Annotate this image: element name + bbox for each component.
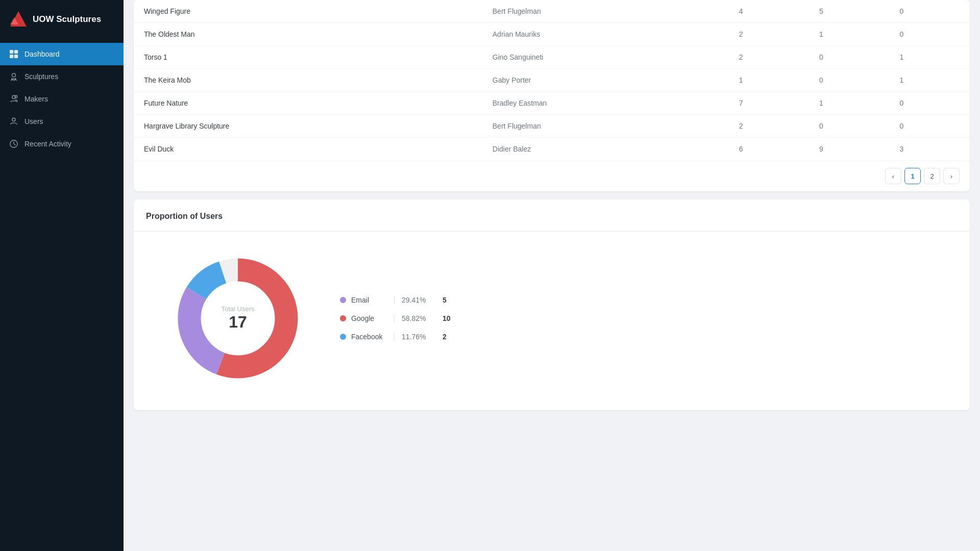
legend-dot-google (340, 315, 346, 321)
next-icon: › (950, 172, 952, 180)
col4-value: 0 (809, 115, 889, 138)
legend-count-google: 10 (443, 314, 451, 322)
sidebar-item-makers[interactable]: Makers (0, 88, 124, 110)
donut-center-value: 17 (221, 313, 254, 332)
sculpture-name: Torso 1 (134, 46, 482, 69)
maker-name: Bert Flugelman (482, 115, 729, 138)
sculptures-icon (9, 72, 18, 81)
col5-value: 0 (890, 0, 970, 23)
table-row: Winged Figure Bert Flugelman 4 5 0 (134, 0, 970, 23)
legend-name-facebook: Facebook (351, 333, 387, 341)
legend-count-facebook: 2 (443, 333, 447, 341)
table-row: Torso 1 Gino Sanguineti 2 0 1 (134, 46, 970, 69)
sculpture-name: Winged Figure (134, 0, 482, 23)
col4-value: 9 (809, 138, 889, 161)
chart-section: Proportion of Users (134, 199, 970, 410)
col3-value: 6 (729, 138, 809, 161)
divider (394, 314, 395, 322)
sculpture-name: The Keira Mob (134, 69, 482, 92)
col4-value: 0 (809, 69, 889, 92)
chart-legend: Email 29.41% 5 Google 58.82% 10 (340, 296, 451, 341)
legend-name-email: Email (351, 296, 387, 304)
clock-icon (9, 139, 18, 148)
col5-value: 0 (890, 115, 970, 138)
legend-item-google: Google 58.82% 10 (340, 314, 451, 322)
sculptures-table-card: Winged Figure Bert Flugelman 4 5 0 The O… (134, 0, 970, 191)
col5-value: 0 (890, 92, 970, 115)
svg-rect-4 (10, 55, 13, 58)
col3-value: 2 (729, 23, 809, 46)
table-row: Future Nature Bradley Eastman 7 1 0 (134, 92, 970, 115)
legend-item-facebook: Facebook 11.76% 2 (340, 333, 451, 341)
sidebar-item-dashboard-label: Dashboard (24, 50, 60, 58)
donut-center-label: Total Users (221, 305, 254, 313)
users-icon (9, 117, 18, 126)
legend-pct-email: 29.41% (402, 296, 432, 304)
sidebar-item-users-label: Users (24, 117, 43, 126)
legend-dot-email (340, 297, 346, 303)
col5-value: 0 (890, 23, 970, 46)
col5-value: 1 (890, 69, 970, 92)
col4-value: 1 (809, 92, 889, 115)
col3-value: 1 (729, 69, 809, 92)
legend-pct-google: 58.82% (402, 314, 432, 322)
legend-count-email: 5 (443, 296, 447, 304)
svg-rect-3 (14, 50, 18, 54)
table-row: The Oldest Man Adrian Mauriks 2 1 0 (134, 23, 970, 46)
logo-text: UOW Sculptures (33, 14, 101, 24)
sidebar-item-sculptures-label: Sculptures (24, 72, 58, 81)
makers-icon (9, 94, 18, 104)
col3-value: 2 (729, 46, 809, 69)
sidebar-item-dashboard[interactable]: Dashboard (0, 43, 124, 65)
maker-name: Bradley Eastman (482, 92, 729, 115)
legend-item-email: Email 29.41% 5 (340, 296, 451, 304)
prev-icon: ‹ (892, 172, 894, 180)
sculpture-name: Hargrave Library Sculpture (134, 115, 482, 138)
sculptures-table: Winged Figure Bert Flugelman 4 5 0 The O… (134, 0, 970, 160)
chart-content: Total Users 17 Email 29.41% 5 (146, 242, 958, 395)
maker-name: Didier Balez (482, 138, 729, 161)
sculpture-name: The Oldest Man (134, 23, 482, 46)
proportion-chart-card: Proportion of Users (134, 199, 970, 410)
sidebar-item-recent-activity[interactable]: Recent Activity (0, 133, 124, 155)
table-row: The Keira Mob Gaby Porter 1 0 1 (134, 69, 970, 92)
logo-icon (9, 10, 28, 29)
sidebar: UOW Sculptures Dashboard Sculptures (0, 0, 124, 551)
table-row: Evil Duck Didier Balez 6 9 3 (134, 138, 970, 161)
col3-value: 2 (729, 115, 809, 138)
maker-name: Bert Flugelman (482, 0, 729, 23)
sculpture-name: Evil Duck (134, 138, 482, 161)
sculpture-name: Future Nature (134, 92, 482, 115)
sidebar-item-users[interactable]: Users (0, 110, 124, 133)
pagination-prev[interactable]: ‹ (885, 168, 901, 184)
pagination-page-2[interactable]: 2 (924, 168, 940, 184)
sidebar-item-sculptures[interactable]: Sculptures (0, 65, 124, 88)
table-body: Winged Figure Bert Flugelman 4 5 0 The O… (134, 0, 970, 160)
svg-point-8 (15, 95, 17, 98)
divider (394, 333, 395, 341)
legend-pct-facebook: 11.76% (402, 333, 432, 341)
svg-rect-2 (10, 50, 13, 54)
sidebar-item-makers-label: Makers (24, 95, 48, 103)
table-row: Hargrave Library Sculpture Bert Flugelma… (134, 115, 970, 138)
col4-value: 0 (809, 46, 889, 69)
svg-rect-5 (14, 55, 18, 58)
legend-name-google: Google (351, 314, 387, 322)
col3-value: 4 (729, 0, 809, 23)
divider (394, 296, 395, 304)
sidebar-nav: Dashboard Sculptures Makers (0, 43, 124, 155)
col4-value: 5 (809, 0, 889, 23)
chart-title: Proportion of Users (146, 212, 958, 221)
col4-value: 1 (809, 23, 889, 46)
main-content: Winged Figure Bert Flugelman 4 5 0 The O… (124, 0, 980, 551)
legend-dot-facebook (340, 334, 346, 340)
pagination-page-1[interactable]: 1 (904, 168, 921, 184)
donut-chart: Total Users 17 (166, 247, 309, 390)
sidebar-logo: UOW Sculptures (0, 0, 124, 39)
col5-value: 1 (890, 46, 970, 69)
donut-center: Total Users 17 (221, 305, 254, 332)
col5-value: 3 (890, 138, 970, 161)
pagination: ‹ 1 2 › (134, 160, 970, 191)
pagination-next[interactable]: › (943, 168, 960, 184)
maker-name: Adrian Mauriks (482, 23, 729, 46)
